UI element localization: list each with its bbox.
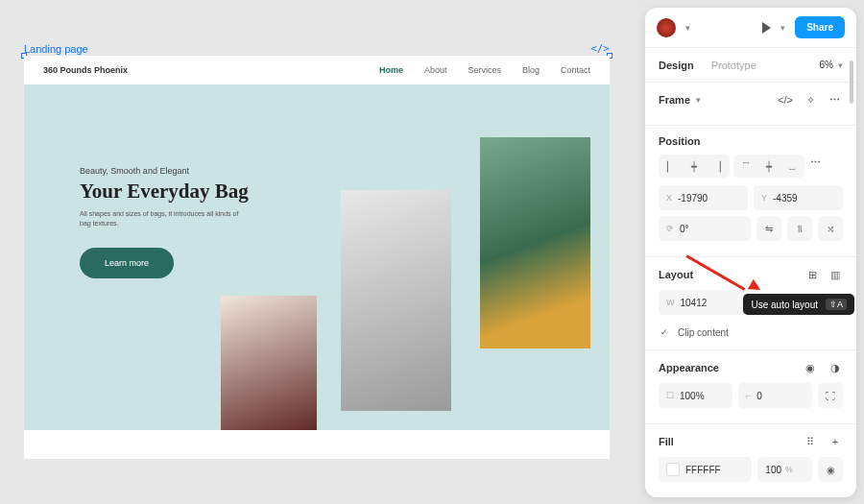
opacity-field[interactable]: ☐100% — [659, 383, 732, 408]
fill-styles-icon[interactable]: ⠿ — [803, 434, 818, 449]
annotation-arrow — [686, 254, 754, 257]
fill-color-field[interactable]: FFFFFF — [659, 457, 752, 482]
hero-kicker: Beauty, Smooth and Elegant — [80, 166, 291, 176]
zoom-control[interactable]: 6% ▾ — [820, 60, 843, 70]
nav-item-services: Services — [468, 65, 501, 75]
align-vertical-group: ⎴ ┿ ⎵ — [733, 155, 804, 178]
tab-design[interactable]: Design — [659, 60, 694, 71]
landing-page-frame[interactable]: 360 Pounds Phoenix Home About Services B… — [24, 56, 610, 459]
fill-section: Fill ⠿ + FFFFFF 100 % ◉ — [645, 424, 856, 497]
rotation-field[interactable]: ⟳0° — [659, 216, 751, 241]
dev-ready-icon[interactable]: </> — [778, 92, 793, 108]
width-field[interactable]: W10412 — [659, 290, 756, 315]
frame-section: Frame ▾ </> ✧ ⋯ — [645, 83, 856, 126]
fill-visibility-icon[interactable]: ◉ — [818, 457, 843, 482]
clip-content-option[interactable]: ✓ Clip content — [659, 321, 843, 340]
flip-both-icon[interactable]: ⤭ — [818, 216, 843, 241]
tab-prototype[interactable]: Prototype — [711, 60, 756, 71]
auto-layout-icon[interactable]: ▥ — [828, 267, 843, 282]
page-navbar: 360 Pounds Phoenix Home About Services B… — [24, 56, 610, 84]
auto-layout-tooltip: Use auto layout ⇧A — [743, 294, 854, 315]
nav-menu: Home About Services Blog Contact — [379, 65, 590, 75]
avatar-chevron-icon[interactable]: ▾ — [685, 23, 690, 33]
align-more-icon[interactable]: ⋯ — [808, 155, 824, 170]
share-button[interactable]: Share — [795, 16, 845, 38]
corner-radius-field[interactable]: ⌐0 — [738, 383, 812, 408]
properties-panel: ▾ ▾ Share Design Prototype 6% ▾ Frame ▾ … — [645, 8, 856, 497]
zoom-chevron-icon: ▾ — [838, 60, 843, 70]
frame-name-label[interactable]: Landing page — [24, 43, 88, 55]
component-icon[interactable]: ✧ — [803, 92, 818, 108]
position-y-field[interactable]: Y-4359 — [754, 185, 843, 210]
present-play-icon[interactable] — [762, 22, 771, 34]
tooltip-text: Use auto layout — [751, 300, 818, 310]
align-top-icon[interactable]: ⎴ — [735, 156, 756, 176]
zoom-value: 6% — [820, 60, 833, 70]
panel-toolbar: ▾ ▾ Share — [645, 8, 856, 48]
present-chevron-icon[interactable]: ▾ — [780, 23, 785, 33]
position-x-field[interactable]: X-19790 — [659, 185, 748, 210]
nav-item-contact: Contact — [561, 65, 590, 75]
flip-vertical-icon[interactable]: ⥮ — [787, 216, 812, 241]
site-logo: 360 Pounds Phoenix — [43, 65, 128, 75]
layout-grid-icon[interactable]: ⊞ — [804, 267, 820, 282]
design-canvas[interactable]: Landing page </> 360 Pounds Phoenix Home… — [0, 0, 638, 504]
panel-scrollbar[interactable] — [850, 60, 853, 104]
hero-description: All shapes and sizes of bags, it introdu… — [80, 209, 243, 228]
page-footer-strip — [24, 430, 610, 459]
align-bottom-icon[interactable]: ⎵ — [781, 156, 803, 176]
position-section: Position ▏ ┿ ▕ ⎴ ┿ ⎵ ⋯ X-19790 Y-4359 ⟳0… — [645, 126, 856, 257]
user-avatar[interactable] — [657, 18, 676, 37]
tooltip-shortcut: ⇧A — [826, 299, 847, 310]
align-right-icon[interactable]: ▕ — [707, 156, 728, 176]
align-left-icon[interactable]: ▏ — [660, 156, 682, 176]
more-options-icon[interactable]: ⋯ — [828, 92, 843, 108]
visibility-icon[interactable]: ◉ — [803, 360, 818, 375]
learn-more-button: Learn more — [80, 248, 174, 278]
appearance-title: Appearance — [659, 362, 719, 373]
hero-copy: Beauty, Smooth and Elegant Your Everyday… — [80, 166, 291, 278]
product-image-1 — [221, 296, 317, 440]
fill-opacity-field[interactable]: 100 % — [757, 457, 812, 482]
align-horizontal-group: ▏ ┿ ▕ — [659, 155, 730, 178]
appearance-section: Appearance ◉ ◑ ☐100% ⌐0 ⛶ — [645, 350, 856, 424]
fill-title: Fill — [659, 436, 674, 447]
clip-content-label: Clip content — [678, 327, 729, 338]
panel-tabs: Design Prototype 6% ▾ — [645, 48, 856, 83]
blend-mode-icon[interactable]: ◑ — [828, 360, 843, 375]
align-h-center-icon[interactable]: ┿ — [684, 156, 705, 176]
frame-type-label[interactable]: Frame — [659, 94, 690, 106]
hero-title: Your Everyday Bag — [80, 180, 291, 204]
add-fill-icon[interactable]: + — [828, 434, 843, 449]
nav-item-blog: Blog — [522, 65, 540, 75]
product-image-2 — [341, 190, 451, 411]
individual-corners-icon[interactable]: ⛶ — [818, 383, 843, 408]
flip-horizontal-icon[interactable]: ⇋ — [756, 216, 781, 241]
clip-content-checkbox-icon: ✓ — [659, 326, 670, 338]
fill-swatch — [666, 463, 680, 476]
product-image-3 — [480, 137, 590, 348]
frame-chevron-icon[interactable]: ▾ — [696, 95, 701, 105]
nav-item-about: About — [424, 65, 447, 75]
layout-title: Layout — [659, 269, 693, 280]
align-v-center-icon[interactable]: ┿ — [758, 156, 780, 176]
nav-item-home: Home — [379, 65, 403, 75]
position-title: Position — [659, 135, 700, 147]
